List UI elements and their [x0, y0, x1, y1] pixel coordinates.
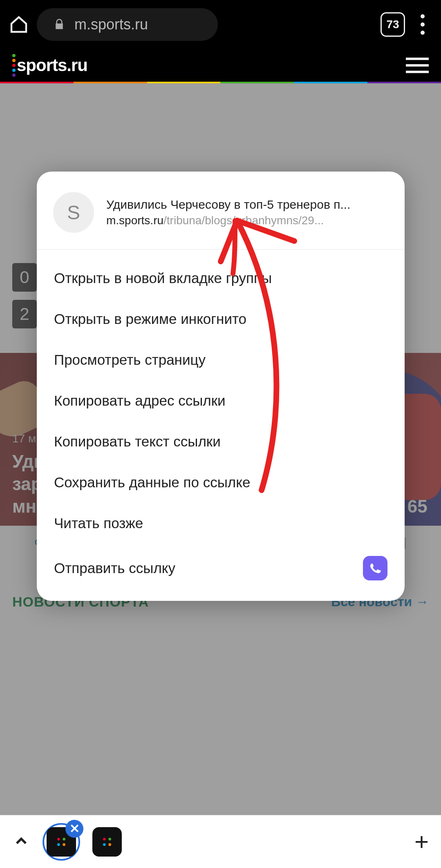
svg-point-6 — [103, 838, 106, 841]
home-button[interactable] — [8, 14, 29, 35]
menu-open-new-tab-group[interactable]: Открыть в новой вкладке группы — [37, 258, 405, 299]
expand-button[interactable] — [12, 832, 30, 852]
svg-point-1 — [57, 838, 60, 841]
svg-point-9 — [108, 843, 111, 846]
link-context-menu: S Удивились Черчесову в топ-5 тренеров п… — [37, 172, 405, 601]
lock-icon — [53, 18, 65, 31]
active-tab-favicon[interactable]: ✕ — [43, 823, 80, 861]
tabs-button[interactable]: 73 — [381, 12, 405, 37]
logo-text: sports.ru — [17, 56, 87, 75]
site-header: sports.ru — [0, 49, 441, 82]
context-link-url: m.sports.ru/tribuna/blogs/urbanhymns/29.… — [106, 214, 388, 227]
svg-rect-5 — [100, 835, 114, 848]
tab-favicon[interactable] — [92, 827, 122, 857]
close-tab-icon[interactable]: ✕ — [65, 820, 83, 838]
context-menu-header: S Удивились Черчесову в топ-5 тренеров п… — [37, 172, 405, 250]
browser-toolbar: m.sports.ru 73 — [0, 0, 441, 49]
browser-menu-button[interactable] — [412, 12, 433, 37]
menu-open-incognito[interactable]: Открыть в режиме инкогнито — [37, 299, 405, 339]
svg-point-8 — [103, 843, 106, 846]
site-menu-button[interactable] — [406, 58, 429, 73]
svg-point-4 — [63, 843, 65, 846]
logo-dots-icon — [12, 54, 16, 77]
menu-save-link-data[interactable]: Сохранить данные по ссылке — [37, 462, 405, 503]
context-link-title: Удивились Черчесову в топ-5 тренеров п..… — [106, 198, 388, 212]
viber-icon[interactable] — [363, 556, 387, 580]
svg-point-2 — [63, 838, 65, 841]
new-tab-button[interactable]: + — [414, 828, 429, 856]
url-text: m.sports.ru — [74, 16, 148, 33]
page-content: sports.ru 0 2 Венесуэла Квалификация Аме… — [0, 49, 441, 868]
site-logo[interactable]: sports.ru — [12, 54, 87, 77]
menu-read-later[interactable]: Читать позже — [37, 503, 405, 544]
menu-copy-link-text[interactable]: Копировать текст ссылки — [37, 421, 405, 462]
svg-rect-0 — [54, 835, 68, 848]
menu-preview-page[interactable]: Просмотреть страницу — [37, 339, 405, 380]
site-favicon: S — [53, 192, 94, 233]
svg-point-3 — [57, 843, 60, 846]
bottom-tab-strip: ✕ + — [0, 815, 441, 868]
menu-copy-link-address[interactable]: Копировать адрес ссылки — [37, 380, 405, 421]
menu-share-link[interactable]: Отправить ссылку — [37, 544, 405, 593]
address-bar[interactable]: m.sports.ru — [37, 8, 218, 41]
svg-point-7 — [108, 838, 111, 841]
